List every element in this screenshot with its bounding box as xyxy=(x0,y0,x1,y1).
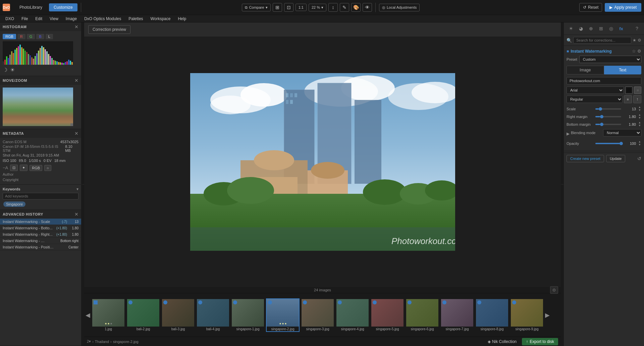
grid-view-btn[interactable]: ⊞ xyxy=(273,3,282,12)
keyword-singapore[interactable]: Singapore xyxy=(3,201,25,207)
reset-button[interactable]: ↺ Reset xyxy=(579,3,602,12)
rgb-btn[interactable]: RGB xyxy=(30,165,42,171)
filmstrip-thumb-10[interactable]: singapore-7.jpg xyxy=(440,298,474,332)
font-select[interactable]: Arial xyxy=(567,86,624,94)
circle-btn[interactable]: ○ xyxy=(44,165,51,171)
text-tab[interactable]: Text xyxy=(604,66,642,74)
geometry-tool-btn[interactable]: ⊞ xyxy=(597,24,605,33)
metadata-header[interactable]: METADATA ✕ xyxy=(0,129,81,138)
scale-up-btn[interactable]: ▲ xyxy=(638,106,641,109)
sun-icon[interactable]: ☀ xyxy=(10,67,15,73)
filmstrip-thumb-7[interactable]: singapore-4.jpg xyxy=(336,298,369,332)
left-divider[interactable]: ⋮ xyxy=(82,22,84,346)
menu-help[interactable]: Help xyxy=(174,16,190,22)
filmstrip-thumb-11[interactable]: singapore-8.jpg xyxy=(475,298,509,332)
color-tool-btn[interactable]: ◕ xyxy=(577,24,585,33)
straighten-btn[interactable]: ↕ xyxy=(328,3,338,12)
search-input[interactable] xyxy=(573,37,631,44)
preset-select[interactable]: Custom xyxy=(579,56,641,63)
crop-btn[interactable]: ⊡ xyxy=(284,3,293,12)
breadcrumb-file[interactable]: singapore-2.jpg xyxy=(113,340,139,344)
hist-tab-l[interactable]: L xyxy=(46,34,53,39)
moon-icon[interactable]: ☽ xyxy=(3,67,7,73)
filmstrip-thumb-1[interactable]: bali-2.jpg xyxy=(126,298,160,332)
history-item[interactable]: Instant Watermarking - Right... (+1.80) … xyxy=(0,231,81,238)
zoom-1-btn[interactable]: 1:1 xyxy=(296,4,307,11)
reset-adjustments-btn[interactable]: ↺ xyxy=(637,156,641,161)
filmstrip-thumb-9[interactable]: singapore-6.jpg xyxy=(406,298,439,332)
menu-workspace[interactable]: Workspace xyxy=(147,16,174,22)
compare-btn[interactable]: ⧉ Compare ▾ xyxy=(242,4,270,11)
breadcrumb-level[interactable]: 2▾ xyxy=(87,339,91,344)
history-close[interactable]: ✕ xyxy=(74,212,78,217)
text-color-swatch[interactable] xyxy=(625,86,633,94)
opacity-down-btn[interactable]: ▼ xyxy=(638,143,641,146)
right-margin-down-btn[interactable]: ▼ xyxy=(638,117,641,119)
help-btn[interactable]: ? xyxy=(633,24,641,33)
align-left-btn[interactable]: ≡ xyxy=(624,95,632,103)
local-tool-btn[interactable]: ◎ xyxy=(607,24,615,33)
star-btn[interactable]: ✦ xyxy=(20,165,28,171)
bottom-margin-thumb[interactable] xyxy=(600,123,603,126)
filmstrip-thumb-4[interactable]: singapore-1.jpg xyxy=(231,298,265,332)
right-margin-thumb[interactable] xyxy=(600,115,603,118)
blending-expand-btn[interactable]: ▶ xyxy=(567,131,570,136)
filmstrip-thumb-12[interactable]: singapore-9.jpg xyxy=(510,298,544,332)
filmstrip-prev-btn[interactable]: ◀ xyxy=(86,311,90,319)
correction-preview-btn[interactable]: Correction preview xyxy=(88,25,130,34)
hist-tab-g[interactable]: G xyxy=(27,34,35,39)
history-header[interactable]: ADVANCED HISTORY ✕ xyxy=(0,210,81,219)
scale-slider-track[interactable] xyxy=(595,108,621,110)
menu-file[interactable]: File xyxy=(18,16,31,22)
opacity-slider-track[interactable] xyxy=(595,143,621,144)
filmstrip-thumb-6[interactable]: singapore-3.jpg xyxy=(301,298,334,332)
minus-icon[interactable]: −A xyxy=(3,165,8,170)
view-btn[interactable]: 👁 xyxy=(363,3,372,12)
filmstrip-thumb-0[interactable]: 1.jpg ★ ★ ★ xyxy=(92,298,125,332)
filmstrip-next-btn[interactable]: ▶ xyxy=(545,311,550,319)
nik-collection-btn[interactable]: ◈ Nik Collection xyxy=(485,338,519,345)
watermark-star-btn[interactable]: ☆ xyxy=(632,49,636,54)
hist-tab-b[interactable]: B xyxy=(36,34,44,39)
history-item[interactable]: Instant Watermarking - Position Center xyxy=(0,244,81,250)
text-up-btn[interactable]: ↑ xyxy=(633,95,641,103)
zoom-dropdown[interactable]: 22 % ▾ xyxy=(309,4,326,11)
detail-tool-btn[interactable]: ⊕ xyxy=(587,24,595,33)
menu-dxo[interactable]: DXO xyxy=(2,16,17,22)
resize-handle[interactable] xyxy=(70,123,73,126)
pen-btn[interactable]: ✎ xyxy=(340,3,349,12)
filmstrip-thumb-5[interactable]: singapore-2.jpg ★ ★ ★ xyxy=(266,298,300,332)
bottom-margin-up-btn[interactable]: ▲ xyxy=(638,121,641,124)
metadata-close[interactable]: ✕ xyxy=(74,131,78,136)
color-pick-btn[interactable]: 🎨 xyxy=(351,3,361,12)
watermark-text-input[interactable] xyxy=(567,77,641,84)
search-settings-btn[interactable]: ⚙ xyxy=(638,38,641,43)
histogram-header[interactable]: HISTOGRAM ✕ xyxy=(0,22,81,31)
scale-slider-thumb[interactable] xyxy=(599,107,602,111)
histogram-close[interactable]: ✕ xyxy=(74,24,78,30)
menu-dxo-optics[interactable]: DxO Optics Modules xyxy=(81,16,124,22)
opacity-up-btn[interactable]: ▲ xyxy=(638,140,641,143)
search-star-btn[interactable]: ★ xyxy=(633,38,636,43)
photo-library-tab[interactable]: PhotoLibrary xyxy=(15,3,47,11)
customize-tab[interactable]: Customize xyxy=(49,3,77,11)
keyword-input[interactable] xyxy=(3,193,78,199)
history-item[interactable]: Instant Watermarking - Scale (-7) 13 xyxy=(0,219,81,225)
light-tool-btn[interactable]: ☀ xyxy=(567,24,575,33)
right-margin-slider-track[interactable] xyxy=(595,116,621,117)
breadcrumb-folder[interactable]: Thailand xyxy=(95,340,109,344)
move-zoom-close[interactable]: ✕ xyxy=(74,78,78,83)
image-tab[interactable]: Image xyxy=(567,66,604,74)
bottom-margin-down-btn[interactable]: ▼ xyxy=(638,124,641,127)
move-zoom-header[interactable]: MOVE/ZOOM ✕ xyxy=(0,76,81,85)
menu-edit[interactable]: Edit xyxy=(32,16,46,22)
right-margin-up-btn[interactable]: ▲ xyxy=(638,114,641,116)
history-item[interactable]: Instant Watermarking - Position Bottom r… xyxy=(0,238,81,244)
filmstrip-nav-btn[interactable]: ⊙ xyxy=(550,286,558,294)
menu-view[interactable]: View xyxy=(46,16,62,22)
filmstrip-thumb-8[interactable]: singapore-5.jpg xyxy=(371,298,404,332)
export-to-disk-btn[interactable]: ↑ Export to disk xyxy=(522,338,558,345)
local-adjustments-btn[interactable]: ◎ Local Adjustments xyxy=(379,4,420,11)
history-item[interactable]: Instant Watermarking - Botto... (+1.80) … xyxy=(0,225,81,231)
scale-down-btn[interactable]: ▼ xyxy=(638,109,641,112)
